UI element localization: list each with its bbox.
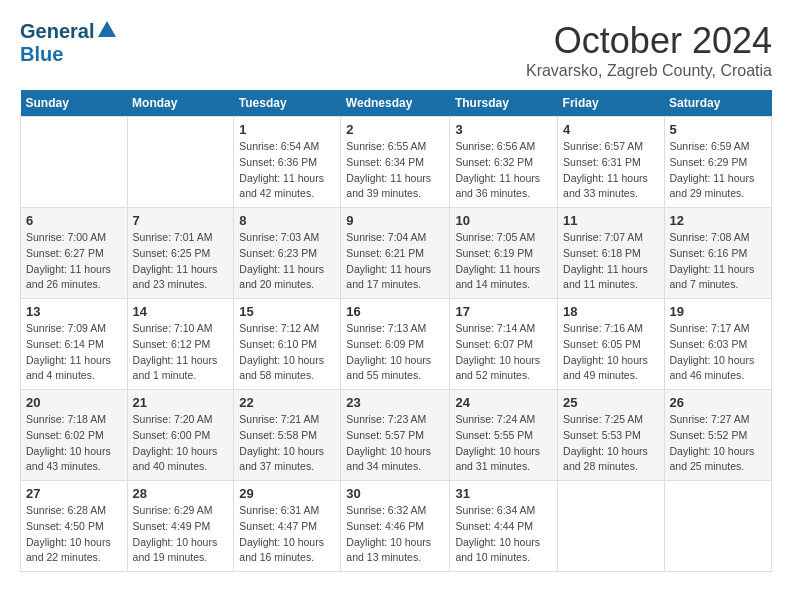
calendar-cell: 20Sunrise: 7:18 AMSunset: 6:02 PMDayligh… [21,390,128,481]
day-number: 29 [239,486,335,501]
calendar-cell: 26Sunrise: 7:27 AMSunset: 5:52 PMDayligh… [664,390,772,481]
day-number: 6 [26,213,122,228]
calendar-cell: 21Sunrise: 7:20 AMSunset: 6:00 PMDayligh… [127,390,234,481]
day-detail: Sunrise: 7:01 AMSunset: 6:25 PMDaylight:… [133,230,229,293]
day-detail: Sunrise: 7:21 AMSunset: 5:58 PMDaylight:… [239,412,335,475]
calendar-cell: 14Sunrise: 7:10 AMSunset: 6:12 PMDayligh… [127,299,234,390]
day-detail: Sunrise: 7:03 AMSunset: 6:23 PMDaylight:… [239,230,335,293]
calendar-cell: 5Sunrise: 6:59 AMSunset: 6:29 PMDaylight… [664,117,772,208]
day-detail: Sunrise: 6:56 AMSunset: 6:32 PMDaylight:… [455,139,552,202]
day-detail: Sunrise: 7:23 AMSunset: 5:57 PMDaylight:… [346,412,444,475]
calendar-cell [127,117,234,208]
day-detail: Sunrise: 6:54 AMSunset: 6:36 PMDaylight:… [239,139,335,202]
day-detail: Sunrise: 7:04 AMSunset: 6:21 PMDaylight:… [346,230,444,293]
weekday-header: Tuesday [234,90,341,117]
day-number: 18 [563,304,658,319]
day-number: 26 [670,395,767,410]
calendar-week-row: 27Sunrise: 6:28 AMSunset: 4:50 PMDayligh… [21,481,772,572]
calendar-cell: 30Sunrise: 6:32 AMSunset: 4:46 PMDayligh… [341,481,450,572]
day-detail: Sunrise: 7:16 AMSunset: 6:05 PMDaylight:… [563,321,658,384]
day-number: 2 [346,122,444,137]
day-number: 4 [563,122,658,137]
day-detail: Sunrise: 7:14 AMSunset: 6:07 PMDaylight:… [455,321,552,384]
calendar-week-row: 6Sunrise: 7:00 AMSunset: 6:27 PMDaylight… [21,208,772,299]
day-detail: Sunrise: 6:29 AMSunset: 4:49 PMDaylight:… [133,503,229,566]
calendar-cell: 12Sunrise: 7:08 AMSunset: 6:16 PMDayligh… [664,208,772,299]
day-number: 20 [26,395,122,410]
day-detail: Sunrise: 7:10 AMSunset: 6:12 PMDaylight:… [133,321,229,384]
svg-marker-0 [98,21,116,37]
day-detail: Sunrise: 6:32 AMSunset: 4:46 PMDaylight:… [346,503,444,566]
calendar-cell: 7Sunrise: 7:01 AMSunset: 6:25 PMDaylight… [127,208,234,299]
day-number: 15 [239,304,335,319]
page-header: General Blue October 2024 Kravarsko, Zag… [20,20,772,80]
weekday-header: Friday [558,90,664,117]
day-number: 19 [670,304,767,319]
day-number: 23 [346,395,444,410]
calendar-cell: 31Sunrise: 6:34 AMSunset: 4:44 PMDayligh… [450,481,558,572]
weekday-header: Saturday [664,90,772,117]
day-number: 5 [670,122,767,137]
day-number: 17 [455,304,552,319]
page-title: October 2024 [526,20,772,62]
day-detail: Sunrise: 6:34 AMSunset: 4:44 PMDaylight:… [455,503,552,566]
day-number: 31 [455,486,552,501]
day-detail: Sunrise: 7:08 AMSunset: 6:16 PMDaylight:… [670,230,767,293]
day-number: 21 [133,395,229,410]
calendar-cell: 18Sunrise: 7:16 AMSunset: 6:05 PMDayligh… [558,299,664,390]
day-detail: Sunrise: 7:27 AMSunset: 5:52 PMDaylight:… [670,412,767,475]
weekday-header: Wednesday [341,90,450,117]
day-number: 14 [133,304,229,319]
day-detail: Sunrise: 6:28 AMSunset: 4:50 PMDaylight:… [26,503,122,566]
calendar-cell: 25Sunrise: 7:25 AMSunset: 5:53 PMDayligh… [558,390,664,481]
day-number: 12 [670,213,767,228]
calendar-cell: 15Sunrise: 7:12 AMSunset: 6:10 PMDayligh… [234,299,341,390]
calendar-cell: 11Sunrise: 7:07 AMSunset: 6:18 PMDayligh… [558,208,664,299]
calendar-cell: 23Sunrise: 7:23 AMSunset: 5:57 PMDayligh… [341,390,450,481]
calendar-week-row: 13Sunrise: 7:09 AMSunset: 6:14 PMDayligh… [21,299,772,390]
day-number: 27 [26,486,122,501]
day-number: 22 [239,395,335,410]
day-number: 9 [346,213,444,228]
calendar-cell: 10Sunrise: 7:05 AMSunset: 6:19 PMDayligh… [450,208,558,299]
calendar-cell: 29Sunrise: 6:31 AMSunset: 4:47 PMDayligh… [234,481,341,572]
weekday-header: Sunday [21,90,128,117]
day-detail: Sunrise: 6:57 AMSunset: 6:31 PMDaylight:… [563,139,658,202]
day-detail: Sunrise: 7:00 AMSunset: 6:27 PMDaylight:… [26,230,122,293]
day-detail: Sunrise: 7:12 AMSunset: 6:10 PMDaylight:… [239,321,335,384]
day-detail: Sunrise: 7:07 AMSunset: 6:18 PMDaylight:… [563,230,658,293]
logo-blue: Blue [20,43,63,65]
calendar-cell: 1Sunrise: 6:54 AMSunset: 6:36 PMDaylight… [234,117,341,208]
day-number: 16 [346,304,444,319]
day-detail: Sunrise: 7:17 AMSunset: 6:03 PMDaylight:… [670,321,767,384]
calendar-header-row: SundayMondayTuesdayWednesdayThursdayFrid… [21,90,772,117]
calendar-cell: 16Sunrise: 7:13 AMSunset: 6:09 PMDayligh… [341,299,450,390]
calendar-week-row: 20Sunrise: 7:18 AMSunset: 6:02 PMDayligh… [21,390,772,481]
title-block: October 2024 Kravarsko, Zagreb County, C… [526,20,772,80]
day-number: 7 [133,213,229,228]
calendar-week-row: 1Sunrise: 6:54 AMSunset: 6:36 PMDaylight… [21,117,772,208]
calendar-cell: 22Sunrise: 7:21 AMSunset: 5:58 PMDayligh… [234,390,341,481]
day-detail: Sunrise: 7:18 AMSunset: 6:02 PMDaylight:… [26,412,122,475]
logo: General Blue [20,20,118,66]
calendar-cell: 3Sunrise: 6:56 AMSunset: 6:32 PMDaylight… [450,117,558,208]
calendar-cell [664,481,772,572]
calendar-table: SundayMondayTuesdayWednesdayThursdayFrid… [20,90,772,572]
calendar-cell: 4Sunrise: 6:57 AMSunset: 6:31 PMDaylight… [558,117,664,208]
day-detail: Sunrise: 7:13 AMSunset: 6:09 PMDaylight:… [346,321,444,384]
calendar-cell: 2Sunrise: 6:55 AMSunset: 6:34 PMDaylight… [341,117,450,208]
day-detail: Sunrise: 6:31 AMSunset: 4:47 PMDaylight:… [239,503,335,566]
day-number: 30 [346,486,444,501]
day-number: 13 [26,304,122,319]
calendar-cell: 6Sunrise: 7:00 AMSunset: 6:27 PMDaylight… [21,208,128,299]
calendar-cell [558,481,664,572]
calendar-cell [21,117,128,208]
calendar-cell: 9Sunrise: 7:04 AMSunset: 6:21 PMDaylight… [341,208,450,299]
calendar-cell: 17Sunrise: 7:14 AMSunset: 6:07 PMDayligh… [450,299,558,390]
day-number: 1 [239,122,335,137]
day-number: 8 [239,213,335,228]
page-subtitle: Kravarsko, Zagreb County, Croatia [526,62,772,80]
day-detail: Sunrise: 7:20 AMSunset: 6:00 PMDaylight:… [133,412,229,475]
day-number: 24 [455,395,552,410]
day-number: 28 [133,486,229,501]
